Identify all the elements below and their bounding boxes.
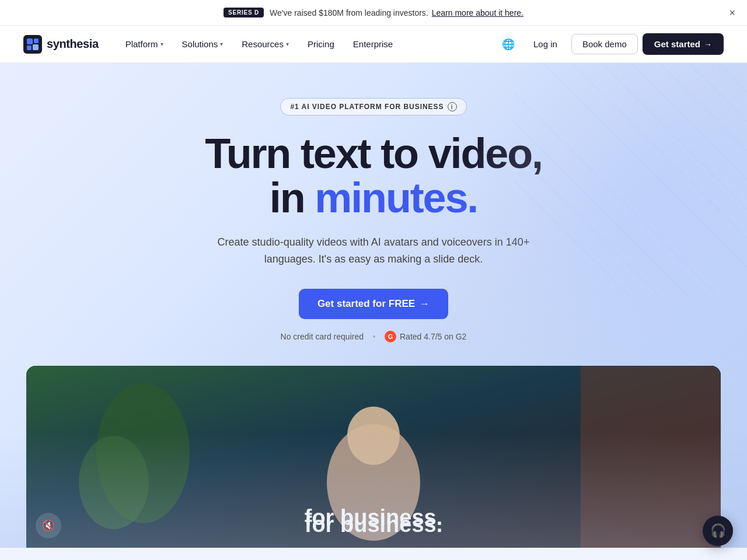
hero-section: #1 AI VIDEO PLATFORM FOR BUSINESS i Turn… [0, 63, 747, 548]
video-bg-svg: for business. [26, 366, 721, 548]
svg-line-9 [659, 63, 747, 150]
svg-line-8 [630, 63, 747, 180]
mute-button[interactable]: 🔇 [36, 513, 61, 538]
video-thumbnail: for business. [26, 366, 721, 548]
nav-item-pricing[interactable]: Pricing [299, 34, 343, 54]
nav-links: Platform ▾ Solutions ▾ Resources ▾ Prici… [117, 34, 497, 54]
svg-line-12 [514, 92, 718, 296]
divider [373, 335, 375, 338]
arrow-icon: → [704, 40, 712, 49]
announcement-bar: SERIES D We've raised $180M from leading… [0, 0, 747, 26]
svg-line-10 [689, 63, 747, 121]
cta-arrow-icon: → [420, 298, 430, 310]
hero-badge: #1 AI VIDEO PLATFORM FOR BUSINESS i [280, 98, 466, 116]
no-cc-text: No credit card required [281, 332, 364, 341]
svg-text:for business.: for business. [305, 512, 443, 537]
support-chat-button[interactable]: 🎧 [703, 516, 733, 546]
nav-item-solutions[interactable]: Solutions ▾ [174, 34, 232, 54]
book-demo-button[interactable]: Book demo [571, 34, 638, 54]
svg-rect-2 [34, 38, 39, 43]
svg-rect-3 [27, 46, 32, 50]
announcement-text: We've raised $180M from leading investor… [270, 8, 428, 18]
resources-chevron-icon: ▾ [286, 41, 289, 47]
svg-rect-21 [581, 366, 721, 548]
headset-icon: 🎧 [710, 523, 726, 538]
language-selector-button[interactable]: 🌐 [497, 33, 519, 55]
announcement-link[interactable]: Learn more about it here. [432, 8, 523, 18]
info-icon: i [448, 102, 457, 111]
hero-subtext: Create studio-quality videos with AI ava… [210, 234, 537, 268]
g2-logo-icon: G [385, 331, 396, 342]
login-button[interactable]: Log in [524, 34, 567, 54]
video-section: for business. 🔇 [26, 366, 721, 548]
g2-rating-text: Rated 4.7/5 on G2 [400, 332, 466, 341]
cta-get-started-button[interactable]: Get started for FREE → [299, 289, 448, 319]
svg-line-7 [601, 63, 747, 209]
solutions-chevron-icon: ▾ [220, 41, 223, 47]
svg-rect-1 [27, 38, 33, 44]
g2-badge: G Rated 4.7/5 on G2 [385, 331, 466, 342]
nav-right: 🌐 Log in Book demo Get started → [497, 33, 724, 55]
svg-line-5 [543, 63, 747, 267]
series-badge: SERIES D [224, 8, 264, 18]
social-proof: No credit card required G Rated 4.7/5 on… [281, 331, 467, 342]
logo-icon [23, 35, 42, 54]
svg-point-20 [79, 436, 149, 529]
svg-line-6 [572, 63, 747, 238]
svg-rect-0 [23, 35, 42, 54]
svg-rect-4 [33, 44, 39, 50]
nav-item-enterprise[interactable]: Enterprise [345, 34, 401, 54]
decorative-lines [514, 63, 747, 296]
svg-point-18 [347, 407, 400, 465]
logo[interactable]: synthesia [23, 35, 99, 54]
mute-icon: 🔇 [42, 519, 55, 532]
hero-heading: Turn text to video, in minutes. [205, 132, 542, 220]
svg-line-11 [718, 63, 747, 92]
close-announcement-button[interactable]: × [729, 8, 735, 18]
platform-chevron-icon: ▾ [160, 41, 163, 47]
navbar: synthesia Platform ▾ Solutions ▾ Resourc… [0, 26, 747, 63]
logo-text: synthesia [47, 37, 99, 51]
nav-item-resources[interactable]: Resources ▾ [233, 34, 297, 54]
nav-item-platform[interactable]: Platform ▾ [117, 34, 172, 54]
get-started-nav-button[interactable]: Get started → [643, 33, 724, 55]
